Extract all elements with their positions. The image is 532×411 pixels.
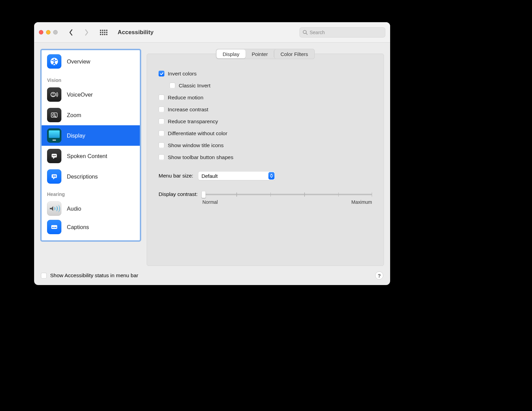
tab-pointer[interactable]: Pointer [246, 49, 274, 58]
checkbox-differentiate-without-color[interactable]: Differentiate without color [159, 127, 372, 139]
checkbox-label: Reduce motion [168, 95, 203, 101]
sidebar-item-label: Overview [67, 58, 90, 65]
sidebar-item-display[interactable]: Display [42, 125, 140, 146]
checkbox-window-title-icons[interactable]: Show window title icons [159, 139, 372, 151]
svg-point-10 [53, 155, 54, 156]
checkbox-label: Reduce transparency [168, 118, 218, 125]
svg-rect-6 [51, 113, 57, 117]
search-placeholder: Search [310, 30, 325, 35]
svg-point-11 [54, 155, 55, 156]
tab-label: Color Filters [280, 51, 308, 57]
slider-knob[interactable] [202, 191, 206, 198]
checkbox-icon [159, 107, 164, 112]
help-button[interactable]: ? [375, 271, 383, 280]
checkbox-label: Show toolbar button shapes [168, 154, 233, 160]
window-controls [39, 30, 58, 34]
checkbox-label: Differentiate without color [168, 130, 227, 137]
select-value: Default [202, 173, 218, 179]
slider-max-label: Maximum [351, 199, 372, 205]
sidebar-item-label: Spoken Content [67, 153, 107, 159]
accessibility-icon [47, 54, 61, 69]
sidebar-item-zoom[interactable]: Zoom [42, 105, 140, 125]
sidebar-item-label: Zoom [67, 112, 81, 118]
spoken-content-icon [47, 149, 61, 163]
sidebar-item-descriptions[interactable]: 99 Descriptions [42, 166, 140, 187]
display-contrast-label: Display contrast: [159, 191, 198, 197]
display-icon [47, 128, 61, 143]
titlebar: Accessibility Search [34, 22, 390, 43]
sidebar-item-overview[interactable]: Overview [42, 50, 140, 73]
search-icon [302, 30, 308, 35]
tab-group: Display Pointer Color Filters [216, 49, 315, 59]
slider-min-label: Normal [203, 199, 218, 205]
zoom-window-button[interactable] [53, 30, 58, 34]
category-sidebar[interactable]: Overview Vision VoiceOver Zoom [40, 49, 141, 242]
checkbox-label: Increase contrast [168, 107, 208, 113]
checkbox-reduce-transparency[interactable]: Reduce transparency [159, 115, 372, 127]
descriptions-icon: 99 [47, 169, 61, 184]
sidebar-item-label: Descriptions [67, 173, 98, 180]
checkbox-icon [159, 130, 164, 136]
minimize-window-button[interactable] [46, 30, 50, 34]
checkbox-icon [159, 95, 164, 100]
menu-bar-size-label: Menu bar size: [159, 173, 193, 179]
forward-button[interactable] [81, 27, 92, 38]
checkbox-increase-contrast[interactable]: Increase contrast [159, 103, 372, 115]
preferences-window: Accessibility Search Overview Vision [34, 22, 390, 285]
zoom-icon [47, 108, 61, 122]
sidebar-item-label: VoiceOver [67, 91, 93, 98]
tab-color-filters[interactable]: Color Filters [274, 49, 314, 58]
sidebar-item-audio[interactable]: Audio [42, 198, 140, 219]
window-title: Accessibility [118, 29, 153, 36]
checkbox-status-menubar[interactable] [41, 273, 47, 279]
sidebar-item-label: Captions [67, 224, 89, 230]
checkbox-toolbar-button-shapes[interactable]: Show toolbar button shapes [159, 151, 372, 163]
svg-text:99: 99 [53, 174, 56, 178]
audio-icon [47, 201, 61, 216]
checkbox-icon [169, 83, 175, 88]
checkbox-icon [159, 71, 164, 76]
checkbox-label: Show window title icons [168, 142, 224, 148]
checkbox-reduce-motion[interactable]: Reduce motion [159, 91, 372, 103]
tab-label: Pointer [252, 51, 268, 57]
sidebar-item-captions[interactable]: Captions [42, 219, 140, 235]
close-window-button[interactable] [39, 30, 43, 34]
svg-rect-16 [52, 227, 54, 228]
tab-display[interactable]: Display [217, 49, 246, 58]
checkbox-classic-invert[interactable]: Classic Invert [159, 80, 372, 91]
main-panel: Display Pointer Color Filters Invert col… [147, 49, 384, 266]
svg-point-12 [55, 155, 56, 156]
display-contrast-slider[interactable] [203, 191, 372, 197]
voiceover-icon [47, 87, 61, 102]
checkbox-icon [159, 142, 164, 148]
checkbox-label: Invert colors [168, 71, 196, 77]
checkbox-invert-colors[interactable]: Invert colors [159, 68, 372, 80]
captions-icon [47, 220, 61, 234]
search-field[interactable]: Search [299, 27, 385, 38]
section-header-vision: Vision [42, 73, 140, 84]
svg-point-5 [53, 93, 54, 94]
svg-point-3 [54, 59, 55, 60]
section-header-hearing: Hearing [42, 187, 140, 198]
sidebar-item-label: Audio [67, 206, 81, 212]
select-stepper-icon [268, 172, 275, 180]
menu-bar-size-select[interactable]: Default [198, 171, 275, 180]
settings-panel: Invert colors Classic Invert Reduce moti… [147, 54, 384, 266]
sidebar-item-label: Display [67, 132, 85, 139]
body: Overview Vision VoiceOver Zoom [34, 43, 390, 269]
checkbox-icon [159, 154, 164, 160]
show-all-button[interactable] [99, 27, 109, 38]
sidebar-item-spoken-content[interactable]: Spoken Content [42, 146, 140, 166]
back-button[interactable] [65, 27, 77, 38]
sidebar-item-voiceover[interactable]: VoiceOver [42, 84, 140, 105]
svg-line-1 [306, 33, 307, 34]
checkbox-icon [159, 118, 164, 124]
tab-label: Display [223, 51, 239, 57]
checkbox-label: Classic Invert [179, 83, 210, 89]
status-menubar-label: Show Accessibility status in menu bar [50, 272, 138, 279]
svg-rect-17 [54, 227, 57, 228]
footer: Show Accessibility status in menu bar ? [34, 269, 390, 285]
